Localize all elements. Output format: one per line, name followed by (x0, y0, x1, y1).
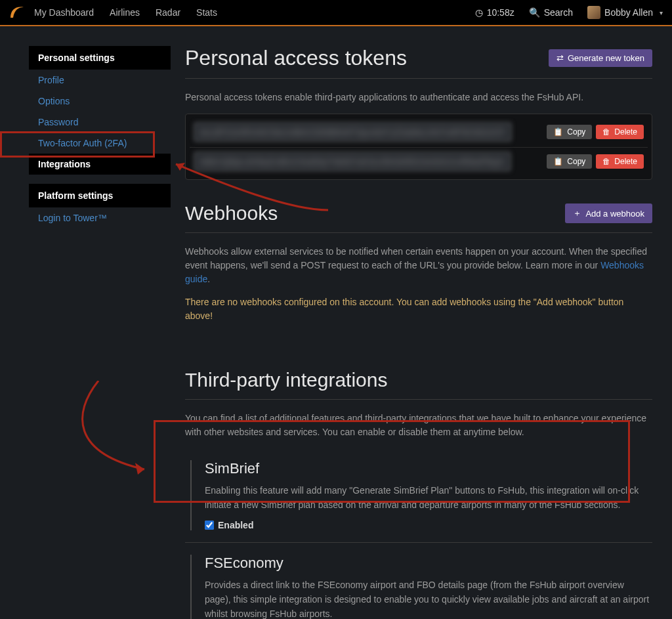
search-icon: 🔍 (529, 7, 540, 18)
sidebar-item-password[interactable]: Password (29, 112, 171, 133)
thirdparty-desc: You can find a list of additional featur… (185, 412, 652, 439)
token-value[interactable]: biL8FCbXRI44CNeJvMACDDB6h8T3px4dY1Z3a9eL… (194, 122, 512, 142)
generate-token-button[interactable]: ⇄ Generate new token (549, 49, 652, 67)
integration-fseconomy: FSEconomy Provides a direct link to the … (185, 542, 652, 619)
tokens-desc: Personal access tokens enable third-part… (185, 91, 652, 104)
nav-links: My Dashboard Airlines Radar Stats (34, 7, 217, 18)
add-webhook-button[interactable]: ＋ Add a webhook (565, 203, 652, 223)
sidebar-item-profile[interactable]: Profile (29, 70, 171, 91)
integration-desc: Provides a direct link to the FSEconomy … (205, 578, 652, 619)
webhooks-empty: There are no webhooks configured on this… (185, 295, 652, 323)
thirdparty-title: Third-party integrations (185, 369, 652, 391)
user-name: Bobby Allen (604, 7, 653, 18)
token-value[interactable]: kM2rQ9pLdV8aZxW1C0uE6yT4bN7sK3oJ5hG8fD2m… (194, 152, 511, 171)
webhooks-title: Webhooks (185, 202, 278, 224)
delete-token-button[interactable]: 🗑Delete (596, 154, 644, 169)
search-button[interactable]: 🔍 Search (529, 7, 573, 18)
delete-token-button[interactable]: 🗑Delete (596, 125, 644, 139)
nav-airlines[interactable]: Airlines (110, 7, 140, 18)
integration-simbrief: SimBrief Enabling this feature will add … (185, 448, 652, 542)
integration-accent (190, 555, 192, 619)
sidebar-item-options[interactable]: Options (29, 91, 171, 112)
chevron-down-icon: ▾ (660, 9, 663, 16)
sidebar-header-platform: Platform settings (29, 184, 171, 207)
copy-icon: 📋 (553, 157, 563, 166)
user-menu[interactable]: Bobby Allen ▾ (587, 6, 663, 19)
clock: ◷ 10:58z (475, 7, 514, 18)
tokens-title: Personal access tokens (185, 46, 407, 70)
integration-accent (190, 460, 192, 530)
webhooks-desc: Webhooks allow external services to be n… (185, 245, 652, 286)
integration-name: SimBrief (205, 460, 652, 477)
trash-icon: 🗑 (602, 127, 610, 137)
nav-my-dashboard[interactable]: My Dashboard (34, 7, 94, 18)
nav-radar[interactable]: Radar (156, 7, 180, 18)
token-list: biL8FCbXRI44CNeJvMACDDB6h8T3px4dY1Z3a9eL… (185, 114, 652, 180)
integration-desc: Enabling this feature will add many "Gen… (205, 484, 652, 512)
copy-token-button[interactable]: 📋Copy (547, 125, 592, 139)
token-row: kM2rQ9pLdV8aZxW1C0uE6yT4bN7sK3oJ5hG8fD2m… (190, 147, 648, 175)
copy-token-button[interactable]: 📋Copy (547, 154, 592, 169)
clock-icon: ◷ (475, 7, 483, 18)
integration-enable-toggle[interactable]: Enabled (205, 520, 652, 530)
search-label: Search (544, 7, 573, 18)
trash-icon: 🗑 (602, 157, 610, 166)
sidebar-item-tower[interactable]: Login to Tower™ (29, 207, 171, 228)
sidebar-header-personal: Personal settings (29, 46, 171, 70)
app-logo (9, 6, 25, 19)
avatar (587, 6, 600, 19)
integration-checkbox[interactable] (205, 521, 214, 530)
main-content: Personal access tokens ⇄ Generate new to… (185, 46, 652, 619)
copy-icon: 📋 (553, 127, 563, 137)
plus-icon: ＋ (573, 207, 581, 219)
nav-stats[interactable]: Stats (196, 7, 217, 18)
sidebar: Personal settings Profile Options Passwo… (29, 46, 171, 619)
token-row: biL8FCbXRI44CNeJvMACDDB6h8T3px4dY1Z3a9eL… (190, 118, 648, 146)
integration-name: FSEconomy (205, 555, 652, 572)
clock-time: 10:58z (487, 7, 514, 18)
top-nav: My Dashboard Airlines Radar Stats ◷ 10:5… (0, 0, 672, 26)
shuffle-icon: ⇄ (556, 53, 564, 63)
sidebar-item-2fa[interactable]: Two-factor Auth (2FA) (29, 133, 171, 154)
sidebar-item-integrations[interactable]: Integrations (29, 154, 171, 175)
